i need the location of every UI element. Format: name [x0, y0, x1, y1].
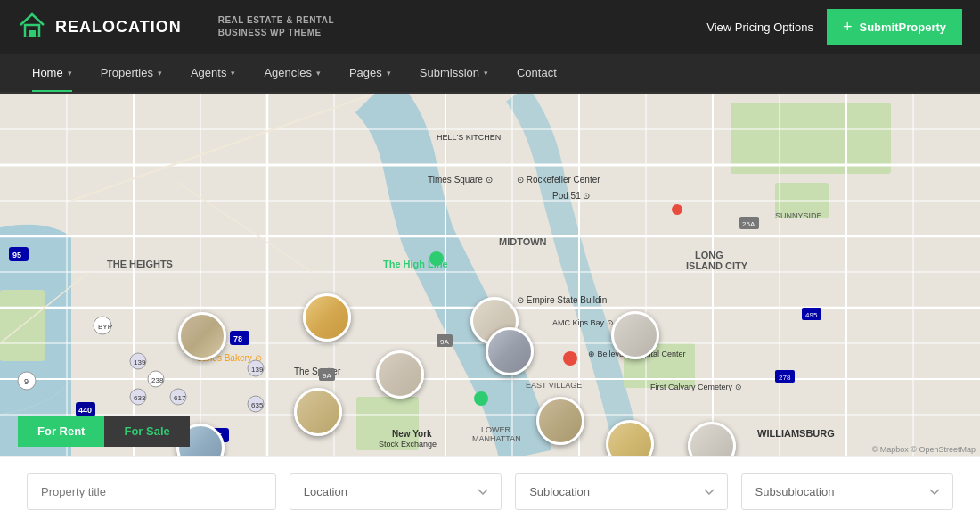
map-container: THE HEIGHTS Jersey City WEST SIDE VILLAG…	[0, 94, 980, 456]
home-icon	[18, 12, 46, 42]
map-tabs: For Rent For Sale	[18, 416, 190, 447]
chevron-down-icon: ▾	[68, 69, 72, 78]
property-pin[interactable]	[688, 422, 736, 456]
property-pin[interactable]	[303, 293, 351, 342]
chevron-down-icon: ▾	[484, 69, 488, 78]
chevron-down-icon: ▾	[158, 69, 162, 78]
property-title-input[interactable]	[27, 473, 276, 510]
nav-item-pages[interactable]: Pages ▾	[335, 54, 405, 92]
submit-property-button[interactable]: + SubmitProperty	[827, 9, 962, 45]
logo-area: REALOCATION	[18, 12, 200, 42]
for-rent-tab[interactable]: For Rent	[18, 416, 104, 447]
property-pins: 3	[0, 94, 980, 456]
tagline: REAL ESTATE & RENTAL BUSINESS WP THEME	[218, 14, 334, 39]
sublocation-select[interactable]: SublocationManhattanDowntownMidtown	[515, 473, 727, 510]
header-right: View Pricing Options + SubmitProperty	[706, 9, 962, 45]
location-select[interactable]: LocationNew YorkBrooklynQueensBronx	[290, 473, 502, 510]
property-pin[interactable]	[611, 311, 659, 359]
pricing-link[interactable]: View Pricing Options	[706, 21, 813, 34]
nav-item-agencies[interactable]: Agencies ▾	[249, 54, 334, 92]
nav-item-contact[interactable]: Contact	[502, 54, 571, 92]
nav-item-properties[interactable]: Properties ▾	[86, 54, 176, 92]
nav-item-submission[interactable]: Submission ▾	[405, 54, 502, 92]
chevron-down-icon: ▾	[387, 69, 391, 78]
logo-text: REALOCATION	[55, 18, 182, 37]
nav-item-home[interactable]: Home ▾	[18, 54, 86, 92]
property-pin[interactable]	[178, 312, 226, 360]
svg-rect-1	[29, 30, 36, 37]
nav-item-agents[interactable]: Agents ▾	[176, 54, 249, 92]
chevron-down-icon: ▾	[316, 69, 321, 78]
main-nav: Home ▾ Properties ▾ Agents ▾ Agencies ▾ …	[0, 54, 980, 94]
property-pin[interactable]	[606, 420, 654, 456]
for-sale-tab[interactable]: For Sale	[104, 416, 189, 447]
map-attribution: © Mapbox © OpenStreetMap	[872, 445, 976, 454]
property-pin[interactable]	[294, 388, 342, 436]
chevron-down-icon: ▾	[231, 69, 235, 78]
property-pin[interactable]	[536, 397, 584, 445]
property-pin[interactable]	[376, 350, 424, 399]
property-pin[interactable]	[486, 327, 534, 375]
plus-icon: +	[843, 18, 853, 37]
header: REALOCATION REAL ESTATE & RENTAL BUSINES…	[0, 0, 980, 54]
subsublocation-select[interactable]: SubsublocationUpper East SideTribeca	[741, 473, 953, 510]
search-bar: LocationNew YorkBrooklynQueensBronx Subl…	[0, 456, 980, 527]
